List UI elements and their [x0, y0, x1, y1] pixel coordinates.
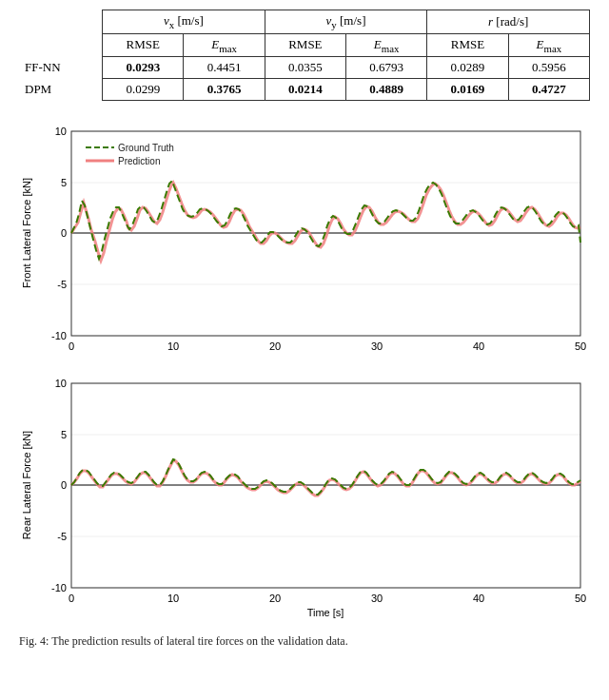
empty-cell — [19, 10, 103, 34]
ffnn-vx-rmse: 0.0293 — [103, 57, 184, 79]
front-lateral-chart: 10 5 0 -5 -10 0 10 20 30 40 50 Front Lat… — [19, 112, 590, 369]
dpm-vx-emax: 0.3765 — [184, 79, 265, 101]
svg-text:-10: -10 — [51, 330, 67, 341]
svg-text:-10: -10 — [51, 582, 67, 593]
svg-text:10: 10 — [167, 593, 179, 604]
ffnn-r-emax: 0.5956 — [508, 57, 589, 79]
ffnn-label: FF-NN — [19, 57, 103, 79]
svg-text:50: 50 — [575, 340, 586, 352]
charts-container: 10 5 0 -5 -10 0 10 20 30 40 50 Front Lat… — [19, 112, 590, 626]
dpm-r-rmse: 0.0169 — [427, 79, 508, 101]
vx-header: vx [m/s] — [103, 10, 265, 34]
rear-lateral-chart: 10 5 0 -5 -10 0 10 20 30 40 50 Time [s] … — [19, 369, 590, 626]
svg-text:40: 40 — [473, 340, 484, 352]
dpm-label: DPM — [19, 79, 103, 101]
svg-text:Ground Truth: Ground Truth — [118, 143, 174, 153]
results-table: vx [m/s] vy [m/s] r [rad/s] RMSE Emax RM… — [19, 10, 590, 101]
dpm-vy-emax: 0.4889 — [346, 79, 427, 101]
svg-text:10: 10 — [55, 126, 67, 137]
svg-text:40: 40 — [473, 593, 484, 604]
vy-header: vy [m/s] — [265, 10, 427, 34]
ffnn-vx-emax: 0.4451 — [184, 57, 265, 79]
ffnn-r-rmse: 0.0289 — [427, 57, 508, 79]
svg-text:0: 0 — [69, 340, 74, 352]
svg-text:0: 0 — [61, 479, 67, 491]
dpm-r-emax: 0.4727 — [508, 79, 589, 101]
dpm-vx-rmse: 0.0299 — [103, 79, 184, 101]
svg-text:5: 5 — [61, 177, 67, 188]
svg-text:Front Lateral Force [kN]: Front Lateral Force [kN] — [21, 178, 32, 288]
ffnn-vy-emax: 0.6793 — [346, 57, 427, 79]
figure-caption: Fig. 4: The prediction results of latera… — [19, 633, 590, 650]
svg-text:20: 20 — [269, 593, 281, 604]
dpm-row: DPM 0.0299 0.3765 0.0214 0.4889 0.0169 0… — [19, 79, 590, 101]
rmse-3: RMSE — [427, 33, 508, 57]
empty-cell2 — [19, 33, 103, 57]
svg-text:-5: -5 — [57, 279, 67, 290]
rear-chart-svg: 10 5 0 -5 -10 0 10 20 30 40 50 Time [s] … — [19, 369, 590, 626]
emax-2: Emax — [346, 33, 427, 57]
svg-text:5: 5 — [61, 429, 67, 440]
dpm-vy-rmse: 0.0214 — [265, 79, 345, 101]
svg-text:10: 10 — [55, 378, 67, 389]
svg-text:20: 20 — [269, 340, 281, 352]
emax-1: Emax — [184, 33, 265, 57]
r-header: r [rad/s] — [427, 10, 590, 34]
ffnn-row: FF-NN 0.0293 0.4451 0.0355 0.6793 0.0289… — [19, 57, 590, 79]
svg-text:50: 50 — [575, 593, 586, 604]
svg-text:10: 10 — [167, 340, 179, 352]
svg-text:Time [s]: Time [s] — [307, 607, 344, 618]
front-chart-svg: 10 5 0 -5 -10 0 10 20 30 40 50 Front Lat… — [19, 112, 590, 369]
svg-text:Prediction: Prediction — [118, 156, 160, 166]
emax-3: Emax — [508, 33, 589, 57]
rmse-1: RMSE — [103, 33, 184, 57]
ffnn-vy-rmse: 0.0355 — [265, 57, 345, 79]
svg-text:30: 30 — [371, 593, 383, 604]
svg-text:-5: -5 — [57, 531, 67, 542]
rmse-2: RMSE — [265, 33, 345, 57]
svg-text:30: 30 — [371, 340, 383, 352]
svg-text:Rear Lateral Force [kN]: Rear Lateral Force [kN] — [21, 431, 32, 539]
svg-text:0: 0 — [69, 593, 74, 604]
svg-text:0: 0 — [61, 227, 67, 239]
